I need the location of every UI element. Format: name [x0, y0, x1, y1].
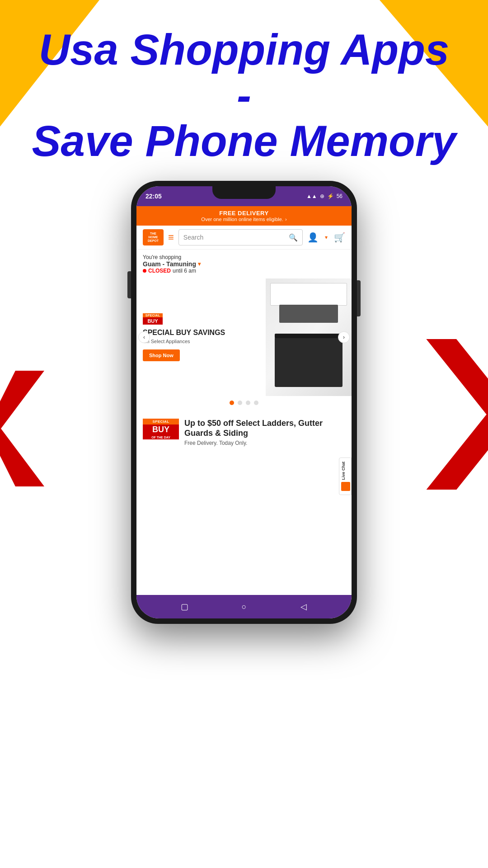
promo-banner[interactable]: FREE DELIVERY Over one million online it… — [136, 206, 352, 226]
battery-icon: 56 — [337, 193, 343, 199]
badge-buy-label: BUY — [143, 317, 163, 325]
bottom-navigation: ▢ ○ ◁ — [136, 595, 352, 618]
shopping-label: You're shopping — [143, 254, 345, 260]
carousel-dot-4[interactable] — [254, 401, 258, 405]
red-arrow-right — [411, 339, 488, 448]
promo-banner-title: FREE DELIVERY — [143, 210, 345, 217]
carousel-prev-button[interactable]: ‹ — [138, 331, 150, 343]
live-chat-label: Live Chat — [341, 462, 346, 480]
nav-back-button[interactable]: ◁ — [297, 600, 310, 613]
kitchen-vent — [279, 305, 338, 323]
logo-text: THEHOMEDEPOT — [148, 232, 159, 242]
promo-card[interactable]: SPECIAL BUY OF THE DAY Up to $50 off Sel… — [136, 412, 352, 453]
carousel-dot-1[interactable] — [230, 401, 234, 405]
navigation-bar: THEHOMEDEPOT ≡ Search 🔍 👤 ▾ 🛒 — [136, 226, 352, 250]
nav-square-button[interactable]: ▢ — [178, 600, 191, 613]
live-chat-icon — [341, 482, 350, 491]
search-placeholder-text: Search — [183, 234, 285, 241]
store-status: CLOSED until 6 am — [143, 268, 345, 274]
promo-banner-subtitle: Over one million online items eligible. … — [143, 217, 345, 222]
store-chevron-icon: ▾ — [198, 261, 201, 267]
promo-card-title: Up to $50 off Select Ladders, Gutter Gua… — [184, 419, 345, 438]
store-name: Guam - Tamuning — [143, 260, 196, 268]
shop-now-button[interactable]: Shop Now — [143, 349, 180, 361]
location-bar: You're shopping Guam - Tamuning ▾ CLOSED… — [136, 250, 352, 277]
sbd-buy-label: BUY — [143, 425, 179, 435]
special-buy-day-badge: SPECIAL BUY OF THE DAY — [143, 419, 179, 439]
title-line1: Usa Shopping Apps - — [39, 25, 449, 119]
closed-label: CLOSED — [148, 268, 171, 274]
phone-mockup: 22:05 ▲▲ ⊕ ⚡ 56 FREE DELIVERY Over one m… — [131, 181, 357, 624]
svg-marker-0 — [0, 371, 44, 486]
live-chat-widget[interactable]: Live Chat — [339, 458, 352, 495]
sbd-special-label: SPECIAL — [143, 419, 179, 425]
range-top — [275, 334, 343, 338]
nav-home-button[interactable]: ○ — [237, 600, 251, 613]
phone-screen: 22:05 ▲▲ ⊕ ⚡ 56 FREE DELIVERY Over one m… — [136, 186, 352, 618]
kitchen-range — [275, 337, 343, 387]
status-time: 22:05 — [145, 193, 162, 200]
carousel-dot-3[interactable] — [246, 401, 250, 405]
title-line2: Save Phone Memory — [32, 117, 456, 165]
carousel-dot-2[interactable] — [238, 401, 242, 405]
search-box[interactable]: Search 🔍 — [178, 229, 303, 245]
cart-icon[interactable]: 🛒 — [334, 232, 345, 243]
phone-outer: 22:05 ▲▲ ⊕ ⚡ 56 FREE DELIVERY Over one m… — [131, 181, 357, 624]
closed-dot-icon — [143, 269, 146, 273]
closed-until: until 6 am — [173, 268, 196, 274]
carousel-dots — [136, 396, 352, 410]
promo-card-text: Up to $50 off Select Ladders, Gutter Gua… — [184, 419, 345, 446]
nav-icons: 👤 ▾ 🛒 — [307, 232, 345, 243]
hamburger-menu-icon[interactable]: ≡ — [168, 231, 174, 243]
main-title: Usa Shopping Apps - Save Phone Memory — [0, 27, 488, 164]
red-arrow-left — [0, 371, 59, 443]
status-bar: 22:05 ▲▲ ⊕ ⚡ 56 — [136, 186, 352, 206]
carousel-text-area: SPECIAL BUY SPECIAL BUY SAVINGS On Selec… — [136, 278, 266, 396]
carousel-title: SPECIAL BUY SAVINGS — [143, 328, 259, 337]
account-chevron-icon: ▾ — [325, 234, 328, 241]
carousel-next-button[interactable]: › — [338, 331, 350, 343]
home-depot-logo[interactable]: THEHOMEDEPOT — [143, 229, 164, 245]
wifi-icon: ⊕ — [320, 193, 324, 199]
sbd-of-the-day-label: OF THE DAY — [143, 435, 179, 439]
cabinet-top — [270, 283, 347, 306]
carousel-subtitle: On Select Appliances — [143, 339, 259, 344]
promo-card-subtitle: Free Delivery. Today Only. — [184, 440, 345, 446]
status-icons: ▲▲ ⊕ ⚡ 56 — [306, 193, 343, 199]
badge-special-label: SPECIAL — [143, 313, 163, 317]
svg-marker-1 — [426, 339, 488, 490]
store-name-row[interactable]: Guam - Tamuning ▾ — [143, 260, 345, 268]
promo-carousel: SPECIAL BUY SPECIAL BUY SAVINGS On Selec… — [136, 278, 352, 396]
carousel-content: SPECIAL BUY SPECIAL BUY SAVINGS On Selec… — [136, 278, 352, 396]
bluetooth-icon: ⚡ — [327, 193, 334, 199]
signal-icon: ▲▲ — [306, 193, 317, 199]
search-icon[interactable]: 🔍 — [289, 233, 298, 242]
special-buy-badge: SPECIAL BUY — [143, 313, 163, 325]
account-icon[interactable]: 👤 — [307, 232, 319, 243]
notch — [212, 186, 276, 199]
